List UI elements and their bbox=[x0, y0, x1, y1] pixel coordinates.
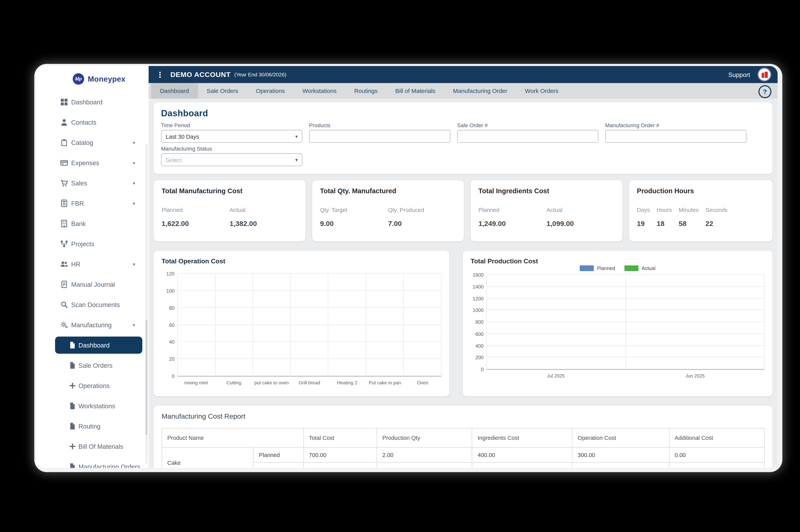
chevron-down-icon: ▾ bbox=[133, 322, 135, 327]
module-tabbar: DashboardSale OrdersOperationsWorkstatio… bbox=[149, 83, 778, 99]
account-name: DEMO ACCOUNT bbox=[170, 71, 231, 78]
submenu-item-operations[interactable]: Operations bbox=[36, 376, 149, 396]
kpi-metric-planned: Planned1,622.00 bbox=[161, 207, 230, 228]
kpi-metric-actual: Actual1,382.00 bbox=[230, 207, 298, 228]
invoice-icon bbox=[69, 402, 76, 410]
kpi-metric-actual: Actual1,099.00 bbox=[547, 207, 614, 228]
plus-icon bbox=[69, 442, 76, 450]
sidebar: Mp Moneypex Dashboard Contacts Catalog ▾… bbox=[36, 66, 149, 468]
dashboard-content: Dashboard Time Period Last 30 Days ▾ Pro… bbox=[149, 99, 778, 468]
product-name-cell: Cake bbox=[162, 448, 253, 468]
manufacturing-order-label: Manufacturing Order # bbox=[605, 122, 746, 128]
clipboard-icon bbox=[60, 139, 68, 147]
products-field: Products bbox=[309, 122, 450, 143]
sidebar-item-fbr[interactable]: FBR ▾ bbox=[36, 193, 149, 213]
manufacturing-order-input[interactable] bbox=[605, 130, 746, 143]
sale-order-input-box[interactable] bbox=[462, 130, 594, 143]
manufacturing-order-input-box[interactable] bbox=[610, 130, 742, 143]
sidebar-item-catalog[interactable]: Catalog ▾ bbox=[36, 132, 149, 153]
bank-icon bbox=[60, 220, 68, 228]
tab-dashboard[interactable]: Dashboard bbox=[151, 83, 198, 99]
sidebar-item-hr[interactable]: HR ▾ bbox=[36, 254, 149, 274]
submenu-item-routing[interactable]: Routing bbox=[36, 416, 149, 436]
invoice-icon bbox=[69, 341, 76, 349]
col-additional-cost: Additional Cost bbox=[669, 428, 764, 448]
tab-bill-of-materials[interactable]: Bill of Materials bbox=[386, 83, 444, 99]
kpi-metric-days: Days19 bbox=[637, 207, 650, 228]
sidebar-item-projects[interactable]: Projects bbox=[36, 234, 149, 254]
kpi-row: Total Manufacturing Cost Planned1,622.00… bbox=[154, 180, 772, 242]
manufacturing-status-select[interactable]: Select ▾ bbox=[161, 153, 302, 166]
grid-icon bbox=[60, 98, 68, 106]
col-production-qty: Production Qty bbox=[377, 428, 472, 448]
card-icon bbox=[60, 159, 68, 167]
products-input[interactable] bbox=[309, 130, 450, 143]
report-title: Manufacturing Cost Report bbox=[161, 412, 764, 420]
submenu-item-dashboard[interactable]: Dashboard bbox=[36, 335, 149, 355]
submenu-item-manufacturing-orders[interactable]: Manufacturing Orders bbox=[36, 457, 149, 468]
kpi-card-total-manufacturing-cost: Total Manufacturing Cost Planned1,622.00… bbox=[154, 180, 305, 242]
page-title: Dashboard bbox=[161, 109, 765, 119]
brand-logo[interactable]: Mp Moneypex bbox=[73, 73, 149, 85]
support-link[interactable]: Support bbox=[728, 71, 750, 78]
kebab-menu-icon[interactable] bbox=[156, 71, 164, 78]
x-tick-label: Oven bbox=[404, 380, 441, 385]
x-tick-label: put cake to oven bbox=[253, 380, 290, 385]
tab-routings[interactable]: Routings bbox=[345, 83, 386, 99]
sidebar-scrollbar[interactable] bbox=[146, 144, 148, 464]
col-product-name: Product Name bbox=[162, 428, 304, 448]
sidebar-item-scan-documents[interactable]: Scan Documents bbox=[36, 294, 149, 315]
sidebar-item-bank[interactable]: Bank bbox=[36, 213, 149, 234]
calculator-icon bbox=[60, 200, 68, 207]
x-tick-label: Cutting bbox=[215, 380, 253, 385]
sidebar-item-manufacturing[interactable]: Manufacturing ▾ bbox=[36, 315, 149, 335]
time-period-label: Time Period bbox=[161, 122, 302, 128]
kpi-title: Production Hours bbox=[637, 187, 765, 195]
legend-item-planned: Planned bbox=[580, 265, 615, 272]
x-tick-label: Jul 2025 bbox=[486, 374, 626, 379]
tab-sale-orders[interactable]: Sale Orders bbox=[198, 83, 247, 99]
chevron-down-icon: ▾ bbox=[296, 157, 298, 163]
submenu-item-workstations[interactable]: Workstations bbox=[36, 396, 149, 416]
sidebar-menu: Dashboard Contacts Catalog ▾ Expenses ▾ … bbox=[36, 92, 149, 335]
sidebar-item-contacts[interactable]: Contacts bbox=[36, 112, 149, 132]
tab-work-orders[interactable]: Work Orders bbox=[516, 83, 567, 99]
sidebar-item-expenses[interactable]: Expenses ▾ bbox=[36, 153, 149, 173]
avatar[interactable] bbox=[759, 69, 770, 80]
table-row: Cake Planned 700.00 2.00 400.00 300.00 0… bbox=[162, 448, 764, 462]
sidebar-item-manual-journal[interactable]: Manual Journal bbox=[36, 274, 149, 294]
users-icon bbox=[60, 260, 68, 268]
chevron-down-icon: ▾ bbox=[133, 180, 135, 186]
main-area: DEMO ACCOUNT (Year End 30/06/2026) Suppo… bbox=[149, 66, 778, 468]
sale-order-input[interactable] bbox=[457, 130, 598, 143]
table-header-row: Product Name Total Cost Production Qty I… bbox=[162, 428, 764, 448]
chevron-down-icon: ▾ bbox=[133, 140, 135, 145]
x-tick-label: mixing mint bbox=[177, 380, 215, 385]
operation-cost-chart-title: Total Operation Cost bbox=[161, 258, 441, 265]
gears-icon bbox=[60, 321, 68, 329]
invoice-icon bbox=[69, 362, 76, 369]
filters-panel: Dashboard Time Period Last 30 Days ▾ Pro… bbox=[154, 102, 772, 174]
products-label: Products bbox=[309, 122, 450, 128]
sidebar-item-sales[interactable]: Sales ▾ bbox=[36, 173, 149, 193]
help-icon[interactable]: ? bbox=[759, 85, 772, 98]
avatar-red-icon bbox=[761, 72, 767, 78]
invoice-icon bbox=[69, 422, 76, 430]
moneypex-logo-icon: Mp bbox=[73, 73, 84, 85]
tab-workstations[interactable]: Workstations bbox=[293, 83, 345, 99]
submenu-item-bill-of-materials[interactable]: Bill Of Materials bbox=[36, 436, 149, 457]
kpi-metric-qty-target: Qty. Target9.00 bbox=[320, 207, 388, 228]
kpi-metric-minutes: Minutes58 bbox=[679, 207, 699, 228]
submenu-item-sale-orders[interactable]: Sale Orders bbox=[36, 355, 149, 376]
tab-manufacturing-order[interactable]: Manufacturing Order bbox=[444, 83, 516, 99]
sitemap-icon bbox=[60, 240, 68, 248]
kpi-card-total-ingredients-cost: Total Ingredients Cost Planned1,249.00 A… bbox=[471, 180, 623, 242]
col-ingredients-cost: Ingredients Cost bbox=[472, 428, 572, 448]
time-period-select[interactable]: Last 30 Days ▾ bbox=[161, 130, 302, 143]
cart-icon bbox=[60, 179, 68, 187]
sidebar-item-dashboard[interactable]: Dashboard bbox=[36, 92, 149, 112]
kpi-metric-seconds: Seconds22 bbox=[705, 207, 728, 228]
brand-name: Moneypex bbox=[88, 75, 126, 83]
tab-operations[interactable]: Operations bbox=[247, 83, 293, 99]
products-input-box[interactable] bbox=[314, 130, 445, 143]
